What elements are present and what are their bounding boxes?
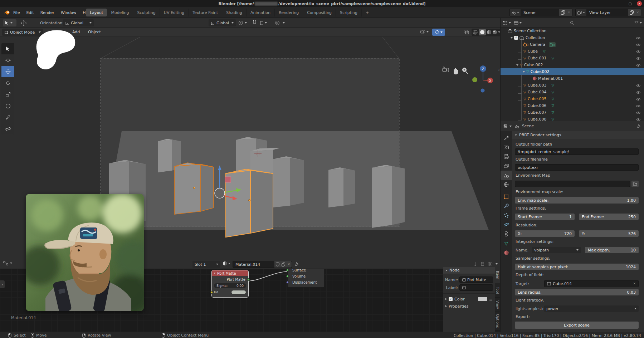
tab-constraints[interactable] — [501, 229, 512, 239]
expander-icon[interactable] — [511, 37, 513, 39]
copy-icon[interactable] — [282, 263, 285, 266]
tool-move[interactable] — [1, 66, 14, 77]
proportional-falloff-caret[interactable] — [283, 22, 285, 24]
orientation-dropdown[interactable]: Global — [63, 19, 94, 26]
node-label-field[interactable] — [459, 284, 493, 291]
sidebar-collapse-arrow[interactable]: ‹ — [498, 68, 499, 72]
surface-socket[interactable] — [286, 269, 289, 271]
outliner-editor-dropdown[interactable] — [503, 21, 511, 25]
eye-icon[interactable] — [636, 36, 641, 40]
tool-rotate[interactable] — [1, 77, 14, 89]
row-label[interactable]: Cube.008 — [528, 117, 547, 121]
dof-target-marker[interactable] — [225, 177, 231, 182]
material-output-node[interactable]: Surface Volume Displacement — [287, 269, 325, 288]
export-scene-button[interactable]: Export scene — [515, 322, 639, 329]
proportional-editing-toggle[interactable] — [275, 20, 280, 25]
gizmos-dropdown[interactable] — [432, 29, 445, 36]
cube-right-b[interactable] — [328, 167, 355, 207]
clear-target-icon[interactable]: ✕ — [633, 282, 636, 285]
sigma-slider[interactable]: Sigma: 0.00 — [214, 283, 246, 288]
rendered-shading-icon[interactable] — [492, 30, 497, 35]
tab-sculpting[interactable]: Sculpting — [133, 9, 160, 16]
eye-icon[interactable] — [636, 43, 641, 46]
tab-modeling[interactable]: Modeling — [107, 9, 133, 16]
outliner-row-cube-007[interactable]: ▽ Cube.007 ▽ — [501, 109, 644, 116]
tab-render[interactable] — [501, 143, 512, 152]
tool-cursor[interactable] — [1, 54, 14, 66]
integrator-name-dropdown[interactable]: volpath — [532, 247, 581, 253]
row-label[interactable]: Cube.005 — [528, 97, 547, 101]
cube-far-right[interactable] — [372, 165, 405, 228]
displacement-socket[interactable] — [286, 281, 289, 284]
xray-toggle-icon[interactable] — [464, 30, 469, 34]
env-scale-slider[interactable]: Env. map scale: 1.00 — [515, 197, 639, 204]
row-label[interactable]: Camera — [530, 42, 545, 47]
expander-icon[interactable] — [516, 64, 518, 66]
solid-shading-active[interactable] — [479, 29, 486, 35]
outliner-row-camera[interactable]: Camera — [501, 41, 644, 48]
pin-icon[interactable] — [637, 124, 641, 128]
view-layer-name[interactable]: View Layer — [586, 10, 628, 15]
snapping-group[interactable] — [473, 261, 498, 266]
tool-measure[interactable] — [1, 123, 14, 134]
tab-world[interactable] — [501, 180, 512, 189]
view-layer-icon[interactable] — [576, 9, 586, 16]
tab-layout[interactable]: Layout — [86, 9, 107, 16]
tool-transform[interactable] — [1, 100, 14, 112]
view-layer-selector[interactable]: View Layer ✕ — [575, 9, 641, 16]
node-color-swatch[interactable] — [478, 297, 487, 301]
row-label[interactable]: Material.001 — [538, 76, 563, 81]
node-header[interactable]: Pbrt Matte — [212, 270, 248, 276]
presets-menu-icon[interactable] — [489, 298, 493, 301]
tab-texture-paint[interactable]: Texture Paint — [189, 9, 222, 16]
toolbar-expand-arrow[interactable]: › — [0, 280, 5, 288]
max-depth-slider[interactable]: Max depth: 10 — [585, 247, 639, 253]
node-panel-header[interactable]: Node — [443, 267, 495, 274]
scene-selector[interactable]: Scene ✕ — [509, 9, 572, 16]
eye-icon[interactable] — [636, 104, 641, 108]
active-cube-b[interactable] — [226, 169, 273, 237]
tab-physics[interactable] — [501, 220, 512, 229]
overlays-dropdown[interactable] — [420, 29, 429, 34]
tab-uv-editing[interactable]: UV Editing — [160, 9, 189, 16]
wireframe-shading-icon[interactable] — [472, 29, 478, 35]
volume-socket[interactable] — [286, 275, 289, 278]
row-label[interactable]: Cube.006 — [528, 103, 547, 108]
menu-render[interactable]: Render — [37, 7, 58, 18]
matte-output-socket[interactable] — [247, 278, 250, 281]
row-label[interactable]: Cube.002 — [524, 63, 543, 67]
tool-annotate[interactable] — [1, 112, 14, 123]
row-label[interactable]: Cube.001 — [528, 56, 547, 60]
tab-object[interactable] — [501, 192, 512, 201]
tab-shading[interactable]: Shading — [222, 9, 247, 16]
pbrt-matte-node[interactable]: Pbrt Matte Pbrt Matte Sigma: 0.00 Kd — [211, 270, 249, 298]
resolution-x-slider[interactable]: X: 720 — [515, 230, 575, 237]
eye-icon[interactable] — [636, 64, 641, 67]
outliner-row-cube-003[interactable]: ▽ Cube.003 ▽ — [501, 82, 644, 89]
color-checkbox[interactable]: ✓ — [449, 297, 453, 301]
blender-logo[interactable] — [4, 10, 10, 16]
outliner-row-cube-001[interactable]: ▽ Cube.001 ▽ — [501, 55, 644, 62]
tab-animation[interactable]: Animation — [247, 9, 275, 16]
filter-dropdown[interactable] — [634, 21, 642, 25]
properties-panel-row[interactable]: Properties — [443, 303, 495, 310]
transform-orientation-dropdown[interactable]: Global — [209, 19, 236, 26]
environment-map-field[interactable] — [515, 181, 630, 187]
tab-options[interactable]: Options — [495, 312, 500, 330]
panel-header[interactable]: PBRT Render settings — [512, 131, 644, 139]
fake-user-shield-icon[interactable] — [276, 262, 279, 266]
tab-item[interactable]: Item — [495, 268, 500, 283]
tool-select[interactable] — [1, 43, 14, 54]
row-label[interactable]: Collection — [526, 35, 545, 40]
outliner-row-cube-006[interactable]: ▽ Cube.006 ▽ — [501, 102, 644, 109]
cube-right-a[interactable] — [273, 156, 304, 207]
camera-data-badge[interactable] — [549, 42, 556, 47]
remove-view-layer-icon[interactable]: ✕ — [636, 11, 639, 14]
lens-radius-slider[interactable]: Lens radius: 0.03 — [515, 289, 639, 295]
tab-view[interactable]: View — [495, 298, 500, 312]
tab-scripting[interactable]: Scripting — [336, 9, 362, 16]
row-label[interactable]: Cube — [528, 49, 538, 54]
eye-icon[interactable] — [636, 50, 641, 53]
tab-tool[interactable] — [501, 133, 512, 143]
output-filename-field[interactable]: output.exr — [515, 164, 639, 171]
